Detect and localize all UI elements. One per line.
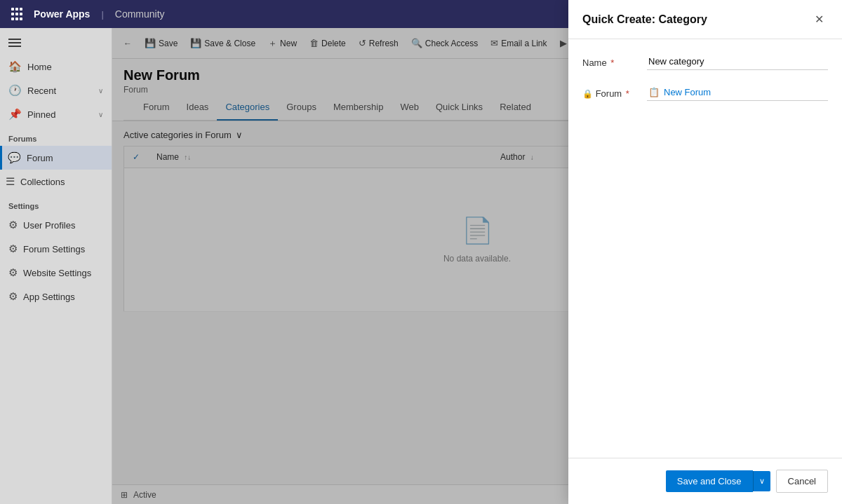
qc-forum-field-right: 📋 New Forum: [647, 84, 828, 101]
cancel-button[interactable]: Cancel: [776, 470, 828, 493]
nav-section: Community: [115, 8, 165, 20]
save-chevron-button[interactable]: ∨: [753, 471, 770, 491]
quick-create-panel: Quick Create: Category ✕ Name * 🔒 Forum …: [568, 0, 842, 504]
app-name: Power Apps: [34, 8, 90, 20]
required-indicator-2: *: [626, 88, 629, 99]
forum-lookup-icon: 📋: [648, 87, 660, 97]
qc-field-forum: 🔒 Forum * 📋 New Forum: [582, 84, 828, 101]
qc-title: Quick Create: Category: [582, 13, 707, 26]
qc-name-input[interactable]: [647, 53, 828, 70]
required-indicator: *: [610, 57, 614, 68]
nav-divider: |: [101, 9, 103, 20]
qc-field-name: Name *: [582, 53, 828, 70]
qc-body: Name * 🔒 Forum * 📋 New Forum: [568, 39, 842, 458]
qc-forum-value: 📋 New Forum: [647, 84, 828, 101]
qc-close-button[interactable]: ✕: [810, 11, 828, 27]
qc-forum-link[interactable]: New Forum: [664, 87, 711, 97]
lock-icon: 🔒: [582, 89, 593, 99]
qc-name-label: Name *: [582, 53, 639, 68]
qc-footer: Save and Close ∨ Cancel: [568, 458, 842, 504]
save-close-button-group: Save and Close ∨: [666, 470, 770, 492]
waffle-menu[interactable]: [8, 6, 25, 22]
qc-header: Quick Create: Category ✕: [568, 0, 842, 39]
save-and-close-button[interactable]: Save and Close: [666, 470, 753, 492]
qc-name-field-right: [647, 53, 828, 70]
qc-forum-label: 🔒 Forum *: [582, 84, 639, 99]
